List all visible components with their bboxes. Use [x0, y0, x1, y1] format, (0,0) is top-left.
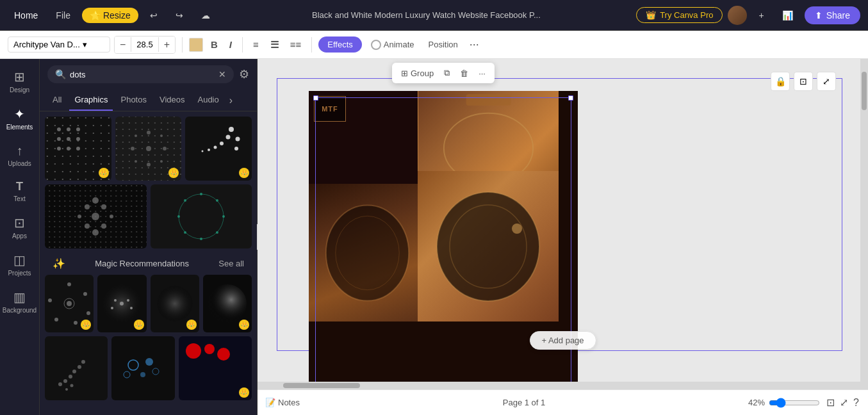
- clear-search-button[interactable]: ✕: [218, 69, 226, 79]
- sidebar-item-projects[interactable]: ◫ Projects: [0, 247, 39, 282]
- graphic-item-5[interactable]: [151, 184, 252, 248]
- nav-right: 👑 Try Canva Pro + 📊 ⬆ Share: [636, 6, 860, 25]
- group-icon: ⊞: [401, 69, 408, 78]
- add-page-button[interactable]: + Add page: [529, 331, 596, 350]
- cloud-button[interactable]: ☁: [195, 8, 217, 23]
- italic-button[interactable]: I: [225, 37, 236, 53]
- magic-item-3[interactable]: 👑: [151, 275, 199, 332]
- background-icon: ▥: [13, 289, 26, 305]
- add-button[interactable]: +: [752, 8, 770, 23]
- svg-point-41: [216, 231, 218, 234]
- grid-row-3: 👑 👑: [45, 275, 252, 332]
- graphic-item-3[interactable]: 👑: [185, 117, 252, 181]
- graphic-item-8[interactable]: [45, 336, 108, 400]
- vertical-scrollbar[interactable]: [860, 59, 868, 389]
- filter-button[interactable]: ⚙: [239, 67, 249, 81]
- svg-point-70: [124, 371, 130, 378]
- magic-item-1[interactable]: 👑: [45, 275, 94, 332]
- more-popup-button[interactable]: ···: [475, 66, 489, 81]
- file-button[interactable]: File: [49, 8, 77, 23]
- svg-point-19: [226, 135, 231, 140]
- svg-point-25: [234, 147, 238, 151]
- align-more-button[interactable]: ≡≡: [286, 37, 306, 53]
- graphic-item-2[interactable]: 👑: [115, 117, 182, 181]
- font-family-select[interactable]: Architype Van D... ▾: [8, 37, 110, 53]
- copy-button[interactable]: ⧉: [440, 65, 454, 81]
- resize-button[interactable]: ⭐ Resize: [82, 8, 138, 23]
- dots-graphic-1: [53, 123, 104, 174]
- svg-point-20: [220, 142, 224, 145]
- tab-audio[interactable]: Audio: [192, 90, 224, 111]
- canvas-scroll-area[interactable]: ⊞ Group ⧉ 🗑 ··· MTF: [258, 59, 868, 389]
- crop-button[interactable]: ⊡: [794, 72, 813, 91]
- svg-point-26: [78, 215, 81, 218]
- analytics-button[interactable]: 📊: [776, 8, 799, 23]
- more-options-button[interactable]: ···: [467, 35, 482, 54]
- watch-bottom-right-svg: [418, 171, 559, 321]
- svg-point-24: [236, 137, 240, 142]
- try-pro-button[interactable]: 👑 Try Canva Pro: [636, 7, 723, 23]
- graphic-item-4[interactable]: [45, 184, 147, 248]
- redo-button[interactable]: ↪: [169, 8, 190, 23]
- decrease-font-size-button[interactable]: −: [115, 37, 131, 53]
- svg-point-79: [326, 205, 409, 300]
- elements-panel: 🔍 ✕ ⚙ All Graphics Photos Videos Audio ›: [40, 59, 258, 415]
- svg-point-17: [160, 160, 163, 163]
- text-color-swatch[interactable]: [189, 38, 203, 52]
- increase-font-size-button[interactable]: +: [159, 37, 175, 53]
- avatar[interactable]: [728, 6, 747, 25]
- share-button[interactable]: ⬆ Share: [805, 6, 860, 24]
- dots-graphic-5: [172, 188, 230, 245]
- group-button[interactable]: ⊞ Group: [397, 66, 438, 81]
- tab-graphics[interactable]: Graphics: [69, 90, 113, 111]
- help-button[interactable]: ?: [852, 395, 860, 410]
- sidebar-item-elements[interactable]: ✦ Elements: [0, 101, 39, 136]
- see-all-button[interactable]: See all: [218, 259, 244, 268]
- fullscreen-button[interactable]: ⤢: [839, 395, 849, 410]
- sidebar-item-background[interactable]: ▥ Background: [0, 284, 39, 319]
- sidebar-item-design[interactable]: ⊞ Design: [0, 64, 39, 99]
- align-bullets-button[interactable]: ☰: [266, 37, 283, 53]
- effects-button[interactable]: Effects: [318, 37, 362, 53]
- align-left-button[interactable]: ≡: [249, 37, 263, 53]
- magic-item-4[interactable]: 👑: [203, 275, 252, 332]
- svg-point-6: [57, 147, 61, 151]
- home-button[interactable]: Home: [8, 8, 44, 23]
- sidebar-item-apps[interactable]: ⊡ Apps: [0, 210, 39, 245]
- lock-button[interactable]: 🔒: [771, 72, 790, 91]
- svg-point-43: [184, 199, 186, 202]
- horizontal-scrollbar[interactable]: [258, 382, 860, 389]
- more-tabs-button[interactable]: ›: [229, 95, 233, 106]
- expand-button[interactable]: ⤢: [817, 72, 836, 91]
- tab-all[interactable]: All: [47, 90, 67, 111]
- graphic-item-9[interactable]: [111, 336, 174, 400]
- zoom-slider[interactable]: [769, 398, 820, 408]
- delete-button[interactable]: 🗑: [456, 66, 472, 81]
- sidebar-item-text[interactable]: T Text: [0, 175, 39, 208]
- design-icon: ⊞: [14, 69, 25, 85]
- tab-videos[interactable]: Videos: [154, 90, 190, 111]
- dots-graphic-10: [184, 341, 242, 399]
- font-size-control: − 28.5 +: [114, 36, 176, 54]
- svg-point-75: [217, 348, 230, 361]
- magic-item-2[interactable]: 👑: [97, 275, 146, 332]
- sidebar-label-design: Design: [10, 86, 29, 94]
- bold-button[interactable]: B: [207, 37, 222, 53]
- search-input[interactable]: [70, 70, 215, 79]
- sidebar-item-uploads[interactable]: ↑ Uploads: [0, 138, 39, 172]
- graphic-item-1[interactable]: 👑: [45, 117, 111, 181]
- dots-graphic-3: [193, 123, 244, 174]
- graphic-item-10[interactable]: 👑: [179, 336, 252, 400]
- undo-button[interactable]: ↩: [143, 8, 164, 23]
- animate-button[interactable]: Animate: [366, 37, 420, 53]
- svg-point-28: [92, 197, 99, 204]
- sidebar-label-projects: Projects: [8, 270, 31, 277]
- watch-bottom-left: [309, 184, 427, 321]
- notes-button[interactable]: 📝 Notes: [265, 398, 300, 407]
- svg-point-71: [140, 372, 145, 377]
- tab-photos[interactable]: Photos: [115, 90, 151, 111]
- svg-point-0: [57, 127, 61, 131]
- svg-point-47: [74, 321, 78, 325]
- fit-view-button[interactable]: ⊡: [825, 395, 836, 410]
- position-button[interactable]: Position: [423, 37, 463, 52]
